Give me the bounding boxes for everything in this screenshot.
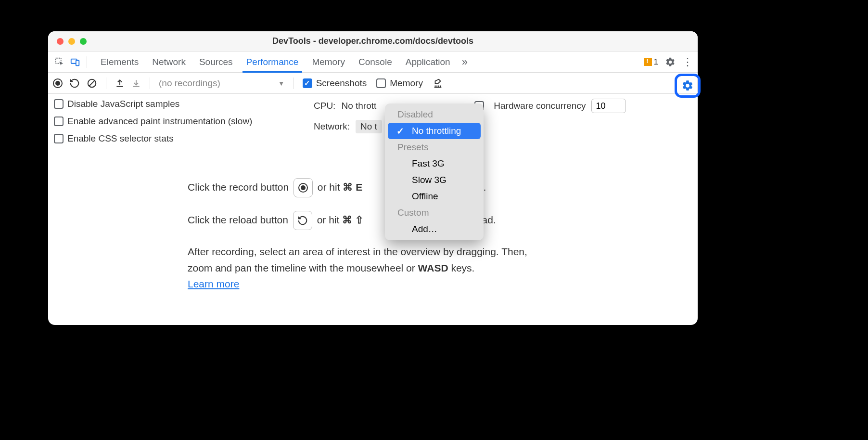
checkbox-checked-icon bbox=[303, 78, 312, 88]
screenshots-label: Screenshots bbox=[316, 78, 367, 89]
devtools-window: DevTools - developer.chrome.com/docs/dev… bbox=[48, 31, 698, 325]
dropdown-group-presets: Presets bbox=[385, 139, 484, 155]
network-throttle-dropdown: Disabled No throttling Presets Fast 3G S… bbox=[385, 104, 484, 240]
learn-more-link[interactable]: Learn more bbox=[188, 278, 239, 289]
warning-icon bbox=[644, 58, 652, 66]
dropdown-group-custom: Custom bbox=[385, 205, 484, 221]
dropdown-item-fast-3g[interactable]: Fast 3G bbox=[385, 155, 484, 172]
memory-label: Memory bbox=[390, 78, 423, 89]
network-throttle-select[interactable]: No t bbox=[356, 120, 382, 133]
recordings-placeholder: (no recordings) bbox=[159, 78, 220, 89]
inspect-element-icon[interactable] bbox=[53, 55, 66, 69]
enable-css-stats-checkbox[interactable]: Enable CSS selector stats bbox=[54, 133, 302, 144]
issues-count: 1 bbox=[654, 57, 658, 67]
devtools-tabs-row: Elements Network Sources Performance Mem… bbox=[48, 52, 698, 73]
disable-js-samples-checkbox[interactable]: Disable JavaScript samples bbox=[54, 99, 302, 109]
shortcut-reload: ⌘ ⇧ bbox=[342, 214, 364, 225]
tab-memory[interactable]: Memory bbox=[312, 52, 345, 72]
tab-sources[interactable]: Sources bbox=[199, 52, 233, 72]
enable-css-stats-label: Enable CSS selector stats bbox=[67, 133, 174, 144]
tab-application[interactable]: Application bbox=[406, 52, 450, 72]
disable-js-samples-label: Disable JavaScript samples bbox=[67, 99, 179, 109]
enable-paint-label: Enable advanced paint instrumentation (s… bbox=[67, 116, 252, 127]
hw-concurrency-input[interactable] bbox=[591, 99, 626, 113]
recordings-select[interactable]: (no recordings) ▼ bbox=[159, 78, 285, 89]
reload-record-button[interactable] bbox=[69, 78, 80, 89]
tab-network[interactable]: Network bbox=[152, 52, 186, 72]
more-tabs-icon[interactable]: » bbox=[462, 56, 468, 68]
checkbox-icon bbox=[376, 78, 386, 88]
tab-console[interactable]: Console bbox=[358, 52, 392, 72]
checkbox-icon bbox=[54, 99, 64, 109]
maximize-window-button[interactable] bbox=[80, 38, 87, 45]
chevron-down-icon: ▼ bbox=[278, 79, 285, 87]
tab-elements[interactable]: Elements bbox=[101, 52, 139, 72]
checkbox-icon bbox=[54, 116, 64, 126]
capture-settings-button[interactable] bbox=[675, 74, 701, 98]
dropdown-item-offline[interactable]: Offline bbox=[385, 188, 484, 205]
performance-empty-state: Click the record button or hit ⌘ E ding.… bbox=[48, 149, 698, 325]
svg-line-4 bbox=[89, 80, 95, 86]
dropdown-item-no-throttling[interactable]: No throttling bbox=[388, 123, 481, 139]
hw-concurrency-label: Hardware concurrency bbox=[494, 101, 586, 111]
more-options-icon[interactable]: ⋮ bbox=[682, 57, 693, 67]
device-toolbar-icon[interactable] bbox=[68, 55, 82, 69]
cpu-throttle-select[interactable]: No thrott bbox=[341, 101, 376, 111]
devtools-settings-icon[interactable] bbox=[665, 57, 676, 67]
dropdown-group-disabled: Disabled bbox=[385, 106, 484, 123]
record-icon bbox=[294, 178, 313, 197]
load-profile-button[interactable] bbox=[115, 78, 125, 88]
record-button[interactable] bbox=[53, 78, 63, 88]
reload-icon bbox=[293, 211, 312, 230]
capture-settings-pane: Disable JavaScript samples Enable advanc… bbox=[48, 94, 698, 149]
panel-tabs: Elements Network Sources Performance Mem… bbox=[101, 52, 450, 72]
issues-badge[interactable]: 1 bbox=[644, 57, 658, 67]
dropdown-item-slow-3g[interactable]: Slow 3G bbox=[385, 172, 484, 188]
close-window-button[interactable] bbox=[57, 38, 64, 45]
shortcut-record: ⌘ E bbox=[343, 181, 362, 193]
tab-performance[interactable]: Performance bbox=[246, 52, 299, 72]
performance-toolbar: (no recordings) ▼ Screenshots Memory bbox=[48, 73, 698, 94]
memory-checkbox[interactable]: Memory bbox=[376, 78, 423, 89]
minimize-window-button[interactable] bbox=[68, 38, 75, 45]
checkbox-icon bbox=[54, 134, 64, 143]
window-titlebar: DevTools - developer.chrome.com/docs/dev… bbox=[48, 31, 698, 52]
save-profile-button[interactable] bbox=[131, 78, 141, 88]
screenshots-checkbox[interactable]: Screenshots bbox=[303, 78, 367, 89]
enable-paint-checkbox[interactable]: Enable advanced paint instrumentation (s… bbox=[54, 116, 302, 127]
network-label: Network: bbox=[314, 121, 350, 132]
clear-button[interactable] bbox=[87, 78, 97, 89]
window-title: DevTools - developer.chrome.com/docs/dev… bbox=[272, 36, 473, 46]
cpu-label: CPU: bbox=[314, 101, 335, 111]
dropdown-item-add[interactable]: Add… bbox=[385, 221, 484, 237]
collect-garbage-button[interactable] bbox=[433, 78, 443, 89]
svg-rect-2 bbox=[76, 60, 79, 65]
traffic-lights bbox=[57, 38, 87, 45]
zoom-instruction: After recording, select an area of inter… bbox=[188, 244, 544, 292]
